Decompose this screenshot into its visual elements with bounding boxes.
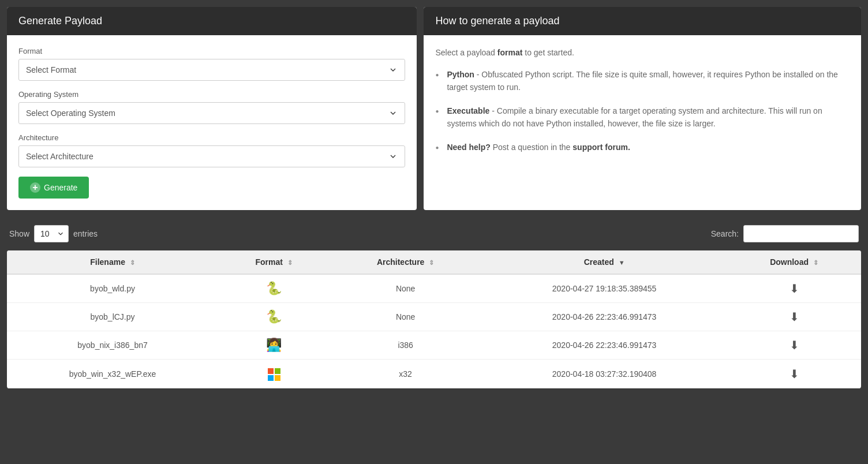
col-filename-label: Filename (90, 257, 125, 267)
arch-label: Architecture (18, 133, 405, 142)
cell-filename: byob_nix_i386_bn7 (7, 331, 218, 360)
cell-filename: byob_win_x32_wEP.exe (7, 360, 218, 388)
sort-icon-format[interactable]: ⇕ (287, 259, 293, 267)
how-to-panel: How to generate a payload Select a paylo… (424, 7, 861, 210)
cell-architecture: x32 (330, 360, 481, 388)
sort-icon-filename[interactable]: ⇕ (130, 259, 135, 267)
table-row: byob_win_x32_wEP.exe x32 2020-04-18 03:2… (7, 360, 861, 388)
download-icon[interactable]: ⬇ (790, 310, 799, 323)
col-download: Download ⇕ (727, 250, 861, 274)
format-group: Format Select Format Python Executable (18, 47, 405, 81)
cell-format (218, 360, 330, 388)
how-to-body: Select a payload format to get started. … (424, 35, 861, 175)
col-arch-label: Architecture (377, 257, 424, 267)
table-row: byob_nix_i386_bn7 👩‍💻 i386 2020-04-26 22… (7, 331, 861, 360)
generate-payload-body: Format Select Format Python Executable O… (7, 35, 417, 210)
help-list: Python - Obfuscated Python script. The f… (435, 68, 850, 154)
generate-payload-panel: Generate Payload Format Select Format Py… (7, 7, 417, 210)
generate-button-label: Generate (44, 183, 77, 192)
os-group: Operating System Select Operating System… (18, 90, 405, 124)
payloads-table: Filename ⇕ Format ⇕ Architecture ⇕ Creat… (7, 250, 861, 388)
cell-architecture: None (330, 274, 481, 303)
cell-architecture: i386 (330, 331, 481, 360)
executable-icon: 👩‍💻 (266, 338, 282, 352)
col-architecture: Architecture ⇕ (330, 250, 481, 274)
cell-filename: byob_lCJ.py (7, 303, 218, 331)
col-format-label: Format (255, 257, 282, 267)
cell-created: 2020-04-27 19:18:35.389455 (481, 274, 727, 303)
search-label: Search: (711, 229, 739, 238)
help-item-python: Python - Obfuscated Python script. The f… (435, 68, 850, 94)
how-to-title-text: How to generate a payload (435, 15, 559, 27)
show-label: Show (9, 229, 29, 238)
how-to-title: How to generate a payload (424, 7, 861, 35)
cell-download[interactable]: ⬇ (727, 274, 861, 303)
table-row: byob_lCJ.py 🐍 None 2020-04-26 22:23:46.9… (7, 303, 861, 331)
python-icon: 🐍 (266, 309, 282, 324)
cell-format: 👩‍💻 (218, 331, 330, 360)
arch-select[interactable]: Select Architecture x32 x64 i386 (18, 145, 405, 167)
col-download-label: Download (770, 257, 809, 267)
table-row: byob_wld.py 🐍 None 2020-04-27 19:18:35.3… (7, 274, 861, 303)
cell-filename: byob_wld.py (7, 274, 218, 303)
need-help-bold: Need help? (447, 143, 490, 152)
search-group: Search: (711, 225, 859, 242)
cell-download[interactable]: ⬇ (727, 303, 861, 331)
cell-download[interactable]: ⬇ (727, 360, 861, 388)
format-bold: format (497, 48, 523, 57)
generate-payload-title: Generate Payload (7, 7, 417, 35)
python-icon: 🐍 (266, 281, 282, 295)
download-icon[interactable]: ⬇ (790, 282, 799, 295)
cell-architecture: None (330, 303, 481, 331)
sort-icon-created[interactable]: ▼ (619, 259, 625, 266)
download-icon[interactable]: ⬇ (790, 368, 799, 380)
cell-format: 🐍 (218, 274, 330, 303)
cell-created: 2020-04-26 22:23:46.991473 (481, 331, 727, 360)
support-forum-link[interactable]: support forum. (573, 143, 630, 152)
format-label: Format (18, 47, 405, 55)
arch-group: Architecture Select Architecture x32 x64… (18, 133, 405, 167)
cell-created: 2020-04-18 03:27:32.190408 (481, 360, 727, 388)
sort-icon-download[interactable]: ⇕ (813, 259, 818, 267)
header-row: Filename ⇕ Format ⇕ Architecture ⇕ Creat… (7, 250, 861, 274)
os-label: Operating System (18, 90, 405, 99)
table-body: byob_wld.py 🐍 None 2020-04-27 19:18:35.3… (7, 274, 861, 388)
top-section: Generate Payload Format Select Format Py… (0, 0, 868, 217)
col-created: Created ▼ (481, 250, 727, 274)
cell-download[interactable]: ⬇ (727, 331, 861, 360)
col-filename: Filename ⇕ (7, 250, 218, 274)
sort-icon-arch[interactable]: ⇕ (429, 259, 434, 267)
format-select[interactable]: Select Format Python Executable (18, 59, 405, 81)
windows-icon (268, 368, 280, 381)
generate-button[interactable]: + Generate (18, 177, 89, 199)
os-select[interactable]: Select Operating System Windows Linux ma… (18, 102, 405, 124)
show-entries-group: Show 10 25 50 100 entries (9, 225, 98, 242)
entries-select[interactable]: 10 25 50 100 (34, 225, 69, 242)
cell-format: 🐍 (218, 303, 330, 331)
cell-created: 2020-04-26 22:23:46.991473 (481, 303, 727, 331)
table-header: Filename ⇕ Format ⇕ Architecture ⇕ Creat… (7, 250, 861, 274)
entries-label: entries (73, 229, 98, 238)
executable-bold: Executable (447, 106, 489, 115)
table-controls: Show 10 25 50 100 entries Search: (7, 217, 861, 250)
plus-icon: + (30, 182, 40, 193)
col-created-label: Created (584, 257, 614, 267)
bottom-section: Show 10 25 50 100 entries Search: Filena… (0, 217, 868, 395)
help-item-executable: Executable - Compile a binary executable… (435, 104, 850, 130)
python-bold: Python (447, 70, 474, 79)
search-input[interactable] (743, 225, 859, 242)
help-item-support: Need help? Post a question in the suppor… (435, 141, 850, 154)
panel-title-text: Generate Payload (18, 15, 102, 27)
col-format: Format ⇕ (218, 250, 330, 274)
help-intro: Select a payload format to get started. (435, 47, 850, 59)
download-icon[interactable]: ⬇ (790, 339, 799, 351)
